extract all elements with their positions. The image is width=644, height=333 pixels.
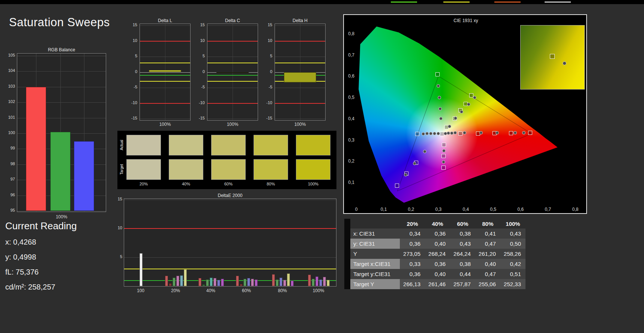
table-header-cell: 80% [475,219,500,228]
gridline [275,57,325,57]
measurement-table: 20%40%60%80%100%x: CIE310,340,360,380,41… [344,219,526,289]
y-axis-label: 0,1 [345,180,354,185]
y-axis-label: -10 [194,100,205,105]
table-value-cell: 0,34 [400,228,425,239]
actual-swatch [169,135,203,155]
plot-area [17,53,106,212]
cie-target-marker [550,54,555,59]
y-axis-label: 98 [4,161,15,166]
table-row-label: Y [350,249,400,259]
x-axis-label: 80% [271,288,294,293]
reading-cdm2: cd/m²: 258,257 [5,283,114,291]
current-reading-title: Current Reading [5,220,114,232]
table-value-cell: 0,47 [475,239,500,249]
table-value-cell: 0,40 [425,269,450,279]
table-value-cell: 252,33 [500,279,525,289]
deltae-bar [210,278,213,286]
y-axis-label: 10 [262,38,272,43]
table-row-label: Target y:CIE31 [350,269,400,279]
cie-target-marker [441,154,446,158]
table-value-cell: 0,33 [400,259,425,269]
calman-saturation-sweeps-view: Saturation Sweeps RGB Balance95969798991… [0,0,644,333]
y-axis-label: -15 [262,116,272,120]
table-black-cell [344,228,350,239]
deltae-bar [287,273,290,286]
y-axis-label: 0 [194,69,205,74]
swatch-column-label: 40% [169,182,203,186]
y-axis-label: 96 [4,193,15,197]
y-axis-label: 10 [127,38,137,43]
y-axis-label: 0 [127,69,137,74]
deltae-bar [283,280,286,286]
gridline [207,88,258,88]
y-axis-label: -5 [127,85,137,89]
top-bar [0,0,644,4]
actual-swatch [211,135,246,155]
table-value-cell: 0,38 [450,228,475,239]
deltae-bar [291,281,294,286]
swatch-row-label-actual: Actual [120,135,124,155]
deltae-bar [319,279,322,286]
cie-measured-marker [438,96,441,99]
cie-1931-chart: CIE 1931 xy00,10,20,30,40,50,60,70,80,10… [343,14,587,214]
y-axis-label: 0,7 [345,52,354,58]
gridline [140,88,190,88]
table-value-cell: 0,40 [425,239,450,249]
gridline [207,25,258,26]
y-axis-label: 0,4 [345,116,354,121]
reading-y: y: 0,4998 [5,253,114,261]
table-value-cell: 0,36 [425,259,450,269]
table-header-cell: 20% [400,219,425,228]
x-axis-label: 40% [200,288,222,293]
actual-target-swatch-panel: ActualTarget20%40%60%80%100% [117,131,336,189]
target-swatch [169,159,203,180]
gridline [140,72,190,73]
table-value-cell: 0,43 [500,228,525,239]
table-row-label: Target x:CIE31 [350,259,400,269]
y-axis-label: -15 [127,116,137,120]
gridline [275,25,325,26]
y-axis-label: 99 [4,146,15,150]
x-axis-label: 0,7 [543,207,552,212]
deltae-bar [165,276,168,286]
y-axis-label: 15 [113,197,122,201]
y-axis-label: 15 [194,22,205,27]
table-value-cell: 0,40 [475,259,500,269]
table-header-cell: 100% [500,219,525,228]
deltae-bar [327,280,330,286]
y-axis-label: 15 [127,22,137,27]
deltae-bar [279,278,282,286]
cie-measured-marker [444,132,447,135]
chart-title: CIE 1931 xy [344,18,588,23]
gridline [17,211,106,211]
table-value-cell: 257,87 [450,279,475,289]
table-row: x: CIE310,340,360,380,410,43 [344,228,526,239]
swatch-column-label: 20% [126,182,161,186]
delta-c-chart: Delta C151050-5-10-15100% [194,18,260,130]
table-value-cell: 0,36 [425,228,450,239]
cie-measured-marker [442,160,445,164]
plot-area [207,24,258,121]
cie-target-marker [528,131,532,135]
y-axis-label: 15 [262,22,272,27]
cie-target-marker [395,184,399,188]
chart-title: Delta H [275,18,326,23]
reading-x: x: 0,4268 [5,238,114,246]
reference-line [207,81,258,82]
y-axis-label: 105 [4,53,15,57]
table-header-cell: 60% [450,219,475,228]
topbar-accent-dash [391,1,417,3]
x-axis-label: 100 [129,288,152,293]
rgb-bar-green [50,132,71,211]
x-axis-label: 0,4 [461,207,470,212]
table-black-cell [344,259,350,269]
x-axis-label: 0,6 [516,207,525,212]
deltae-bar [221,279,224,286]
table-header-cell: 40% [425,219,450,228]
cie-target-marker [509,131,513,135]
y-axis-label: 100 [4,130,15,135]
y-axis-label: 104 [4,68,15,73]
gridline [140,119,190,119]
y-axis-label: 0,3 [345,137,354,143]
reference-line [140,63,190,63]
